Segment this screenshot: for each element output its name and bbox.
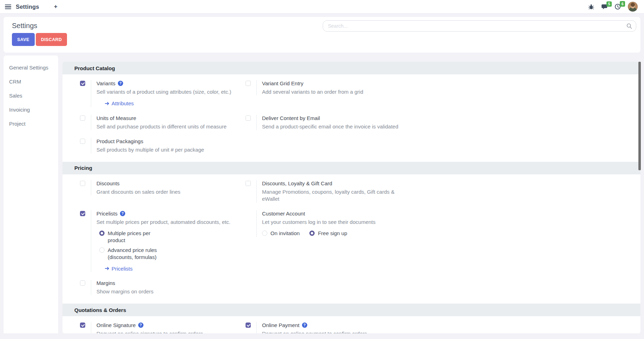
divider: [256, 322, 257, 333]
divider: [91, 115, 91, 130]
online-payment-checkbox[interactable]: [246, 323, 251, 328]
help-icon[interactable]: ?: [138, 323, 143, 328]
debug-bug-icon[interactable]: [588, 4, 594, 10]
sidebar-item-invoicing[interactable]: Invoicing: [4, 102, 58, 117]
setting-margins: Margins Show margins on orders: [80, 280, 246, 295]
messages-badge: 5: [606, 1, 612, 7]
divider: [256, 115, 257, 130]
setting-online-payment: Online Payment ? Request an online payme…: [246, 322, 630, 333]
setting-variants: Variants ? Sell variants of a product us…: [80, 80, 246, 107]
setting-units-of-measure: Units of Measure Sell and purchase produ…: [80, 115, 246, 130]
setting-product-packagings: Product Packagings Sell products by mult…: [80, 138, 246, 153]
radio-on-invitation[interactable]: On invitation: [262, 230, 300, 237]
divider: [256, 210, 257, 237]
discard-button[interactable]: DISCARD: [36, 33, 67, 46]
setting-discounts-loyalty-gift-card: Discounts, Loyalty & Gift Card Manage Pr…: [246, 180, 630, 202]
search-input[interactable]: [323, 20, 636, 32]
search-icon[interactable]: [626, 23, 632, 30]
product-packagings-checkbox[interactable]: [80, 139, 85, 144]
divider: [91, 210, 91, 272]
sidebar-item-general-settings[interactable]: General Settings: [4, 60, 58, 74]
pricelists-link[interactable]: Pricelists: [105, 266, 133, 272]
divider: [91, 138, 91, 153]
setting-desc: Show margins on orders: [96, 288, 246, 295]
setting-label: Customer Account: [262, 210, 305, 217]
setting-desc: Sell variants of a product using attribu…: [96, 88, 246, 95]
sidebar-item-sales[interactable]: Sales: [4, 88, 58, 102]
messages-icon[interactable]: 5: [601, 4, 608, 10]
setting-label: Variant Grid Entry: [262, 80, 303, 87]
section-header-product-catalog: Product Catalog: [62, 62, 640, 74]
user-avatar[interactable]: [628, 2, 638, 12]
setting-label: Online Payment: [262, 322, 300, 328]
radio-multiple-prices[interactable]: Multiple prices per product: [99, 230, 246, 244]
margins-checkbox[interactable]: [80, 280, 85, 286]
help-icon[interactable]: ?: [120, 211, 125, 216]
setting-label: Discounts, Loyalty & Gift Card: [262, 180, 332, 187]
radio-button-selected[interactable]: [99, 231, 105, 236]
control-panel: Settings SAVE DISCARD: [4, 17, 640, 53]
app-title[interactable]: Settings: [16, 4, 39, 10]
setting-online-signature: Online Signature ? Request an online sig…: [80, 322, 246, 333]
setting-desc: Sell and purchase products in different …: [96, 123, 246, 130]
radio-advanced-price-rules[interactable]: Advanced price rules (discounts, formula…: [99, 247, 246, 261]
setting-desc: Request an online payment to confirm ord…: [262, 330, 630, 333]
setting-pricelists: Pricelists ? Set multiple prices per pro…: [80, 210, 246, 272]
loyalty-checkbox[interactable]: [246, 181, 251, 186]
variants-checkbox[interactable]: [80, 81, 85, 86]
setting-customer-account: Customer Account Let your customers log …: [246, 210, 630, 237]
setting-label: Deliver Content by Email: [262, 115, 320, 121]
divider: [91, 180, 91, 195]
divider: [256, 180, 257, 202]
radio-button[interactable]: [99, 247, 105, 253]
setting-deliver-content-by-email: Deliver Content by Email Send a product-…: [246, 115, 630, 130]
units-of-measure-checkbox[interactable]: [80, 115, 85, 121]
setting-desc: Request an online signature to confirm o…: [96, 330, 246, 333]
setting-label: Product Packagings: [96, 138, 143, 145]
vertical-scrollbar[interactable]: [638, 62, 641, 170]
plus-icon[interactable]: +: [54, 3, 58, 10]
activities-badge: 6: [620, 1, 625, 7]
sidebar-item-project[interactable]: Project: [4, 117, 58, 131]
setting-label: Variants: [96, 80, 115, 87]
radio-button[interactable]: [262, 231, 267, 236]
search-box: [323, 20, 636, 32]
setting-label: Pricelists: [96, 210, 118, 217]
setting-desc: Send a product-specific email once the i…: [262, 123, 630, 130]
setting-variant-grid-entry: Variant Grid Entry Add several variants …: [246, 80, 630, 95]
help-icon[interactable]: ?: [302, 323, 307, 328]
radio-free-sign-up[interactable]: Free sign up: [309, 230, 347, 237]
setting-desc: Let your customers log in to see their d…: [262, 219, 630, 226]
setting-label: Discounts: [96, 180, 120, 187]
page-title: Settings: [12, 22, 37, 30]
setting-label: Margins: [96, 280, 115, 286]
divider: [256, 80, 257, 95]
variant-grid-entry-checkbox[interactable]: [246, 81, 251, 86]
discounts-checkbox[interactable]: [80, 181, 85, 186]
online-signature-checkbox[interactable]: [80, 323, 85, 328]
help-icon[interactable]: ?: [118, 81, 123, 86]
setting-desc: Sell products by multiple of unit # per …: [96, 146, 246, 153]
settings-nav-sidebar: General Settings CRM Sales Invoicing Pro…: [4, 55, 58, 333]
sidebar-item-crm[interactable]: CRM: [4, 74, 58, 88]
setting-label: Units of Measure: [96, 115, 136, 121]
section-header-pricing: Pricing: [62, 162, 640, 174]
setting-desc: Add several variants to an order from a …: [262, 88, 630, 95]
setting-desc: Grant discounts on sales order lines: [96, 188, 246, 195]
divider: [91, 80, 91, 107]
save-button[interactable]: SAVE: [12, 33, 35, 46]
setting-desc: Manage Promotions, coupons, loyalty card…: [262, 188, 630, 195]
deliver-content-checkbox[interactable]: [246, 115, 251, 121]
pricelists-checkbox[interactable]: [80, 211, 85, 216]
setting-discounts: Discounts Grant discounts on sales order…: [80, 180, 246, 195]
settings-content: Product Catalog Variants ? Sell variants…: [62, 62, 640, 333]
menu-icon[interactable]: [5, 6, 11, 7]
divider: [91, 280, 91, 295]
attributes-link[interactable]: Attributes: [105, 100, 134, 106]
activities-clock-icon[interactable]: 6: [615, 4, 621, 10]
top-navbar: Settings + 5 6: [0, 0, 644, 14]
radio-button-selected[interactable]: [309, 231, 315, 236]
section-header-quotations-orders: Quotations & Orders: [62, 304, 640, 316]
divider: [91, 322, 91, 333]
setting-desc: Set multiple prices per product, automat…: [96, 219, 246, 226]
